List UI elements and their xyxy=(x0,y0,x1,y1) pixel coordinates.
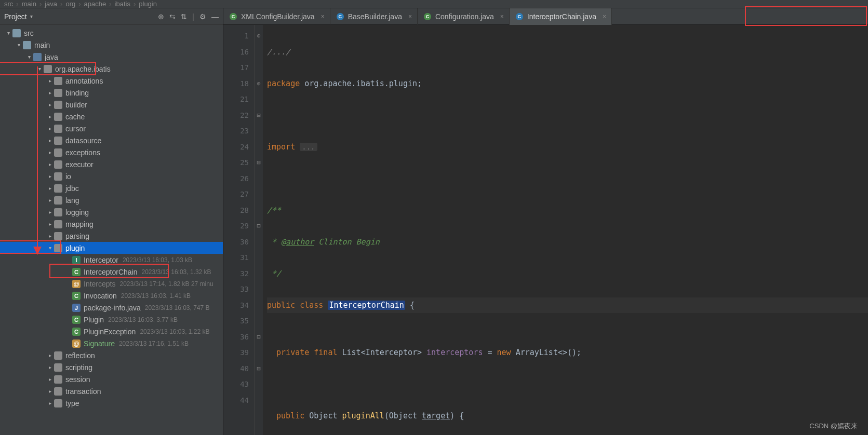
tree-node-type[interactable]: type xyxy=(0,397,223,409)
class-icon: C xyxy=(516,13,523,20)
tree-node-scripting[interactable]: scripting xyxy=(0,361,223,373)
package-icon xyxy=(54,137,62,145)
tree-node-cursor[interactable]: cursor xyxy=(0,123,223,134)
tab-XMLConfigBuilder.java[interactable]: CXMLConfigBuilder.java× xyxy=(223,8,330,25)
package-icon xyxy=(54,89,62,97)
class-icon: C xyxy=(424,13,431,20)
package-icon xyxy=(54,113,62,121)
tab-InterceptorChain.java[interactable]: CInterceptorChain.java× xyxy=(510,8,612,25)
class-icon: C xyxy=(72,316,81,324)
breadcrumb: src main java org apache ibatis plugin xyxy=(0,0,868,8)
sidebar-header: Project ▾ ⊕ ⇆ ⇅ | ⚙ — xyxy=(0,8,223,25)
tree-node-builder[interactable]: builder xyxy=(0,99,223,111)
bc-5[interactable]: ibatis xyxy=(115,0,130,8)
package-icon xyxy=(54,244,62,252)
bc-0[interactable]: src xyxy=(4,0,13,8)
tree-node-lang[interactable]: lang xyxy=(0,194,223,206)
editor-area: CXMLConfigBuilder.java×CBaseBuilder.java… xyxy=(223,8,868,435)
tree-file-PluginException[interactable]: CPluginException2023/3/13 16:03, 1.22 kB xyxy=(0,325,223,337)
tree-node-transaction[interactable]: transaction xyxy=(0,385,223,397)
folder-icon xyxy=(33,53,42,61)
class-icon: C xyxy=(72,268,81,276)
tree-file-InterceptorChain[interactable]: CInterceptorChain2023/3/13 16:03, 1.32 k… xyxy=(0,266,223,278)
project-tree[interactable]: src main java org.apache.ibatis annotati… xyxy=(0,25,223,435)
package-icon xyxy=(54,387,62,396)
package-icon xyxy=(54,77,62,85)
tree-node-src[interactable]: src xyxy=(0,27,223,39)
expand-icon[interactable]: ⇆ xyxy=(169,12,176,21)
project-title[interactable]: Project xyxy=(4,12,27,21)
package-icon xyxy=(54,196,62,205)
line-gutter[interactable]: 1161718212223242526272829303132333435363… xyxy=(223,25,255,435)
package-icon xyxy=(54,208,62,216)
close-icon[interactable]: × xyxy=(321,13,325,20)
tree-file-Plugin[interactable]: CPlugin2023/3/13 16:03, 3.77 kB xyxy=(0,314,223,325)
tree-node-plugin[interactable]: plugin xyxy=(0,242,223,254)
package-icon xyxy=(54,363,62,372)
package-icon xyxy=(54,375,62,384)
package-icon xyxy=(54,172,62,181)
tree-node-mapping[interactable]: mapping xyxy=(0,218,223,230)
tree-node-session[interactable]: session xyxy=(0,373,223,385)
tree-node-package[interactable]: org.apache.ibatis xyxy=(0,63,223,75)
code-editor[interactable]: /.../ package org.apache.ibatis.plugin; … xyxy=(263,25,868,435)
collapse-icon[interactable]: ⇅ xyxy=(181,12,187,21)
bc-4[interactable]: apache xyxy=(84,0,106,8)
tree-file-package-info.java[interactable]: Jpackage-info.java2023/3/13 16:03, 747 B xyxy=(0,302,223,314)
package-icon xyxy=(54,220,62,228)
hide-icon[interactable]: — xyxy=(211,12,219,21)
class-name-highlight: InterceptorChain xyxy=(328,301,405,310)
editor-tabs: CXMLConfigBuilder.java×CBaseBuilder.java… xyxy=(223,8,868,25)
folder-icon xyxy=(23,41,31,49)
tree-node-parsing[interactable]: parsing xyxy=(0,230,223,242)
package-icon xyxy=(54,232,62,240)
tree-node-binding[interactable]: binding xyxy=(0,87,223,99)
package-icon xyxy=(54,101,62,109)
tree-node-jdbc[interactable]: jdbc xyxy=(0,182,223,194)
tree-file-Intercepts[interactable]: @Intercepts2023/3/13 17:14, 1.82 kB 27 m… xyxy=(0,278,223,290)
package-icon xyxy=(54,125,62,133)
class-icon: @ xyxy=(72,339,81,348)
package-icon xyxy=(44,65,52,73)
watermark: CSDN @嫣夜来 xyxy=(809,422,858,431)
tab-Configuration.java[interactable]: CConfiguration.java× xyxy=(418,8,510,25)
bc-2[interactable]: java xyxy=(45,0,57,8)
close-icon[interactable]: × xyxy=(603,13,606,20)
bc-3[interactable]: org xyxy=(65,0,75,8)
project-sidebar: Project ▾ ⊕ ⇆ ⇅ | ⚙ — src xyxy=(0,8,223,435)
dropdown-icon[interactable]: ▾ xyxy=(30,13,33,19)
tree-node-annotations[interactable]: annotations xyxy=(0,75,223,87)
locate-icon[interactable]: ⊕ xyxy=(158,12,164,21)
fold-gutter[interactable]: ⊕⊕⊟⊟⊟⊟⊟ xyxy=(255,25,263,435)
tree-node-executor[interactable]: executor xyxy=(0,158,223,170)
close-icon[interactable]: × xyxy=(408,13,412,20)
tree-node-exceptions[interactable]: exceptions xyxy=(0,146,223,158)
tree-node-io[interactable]: io xyxy=(0,170,223,182)
tree-node-cache[interactable]: cache xyxy=(0,111,223,123)
class-icon: C xyxy=(72,328,81,336)
tree-node-reflection[interactable]: reflection xyxy=(0,349,223,361)
class-icon: C xyxy=(72,292,81,300)
package-icon xyxy=(54,184,62,193)
bc-1[interactable]: main xyxy=(22,0,36,8)
tree-file-Interceptor[interactable]: IInterceptor2023/3/13 16:03, 1.03 kB xyxy=(0,254,223,266)
tree-node-main[interactable]: main xyxy=(0,39,223,51)
tree-file-Invocation[interactable]: CInvocation2023/3/13 16:03, 1.41 kB xyxy=(0,290,223,302)
close-icon[interactable]: × xyxy=(500,13,504,20)
tree-node-datasource[interactable]: datasource xyxy=(0,134,223,146)
tree-file-Signature[interactable]: @Signature2023/3/13 17:16, 1.51 kB xyxy=(0,337,223,349)
package-icon xyxy=(54,148,62,157)
tree-node-logging[interactable]: logging xyxy=(0,206,223,218)
settings-icon[interactable]: ⚙ xyxy=(199,12,206,21)
tab-BaseBuilder.java[interactable]: CBaseBuilder.java× xyxy=(330,8,418,25)
folder-icon xyxy=(12,29,21,37)
class-icon: C xyxy=(230,13,237,20)
class-icon: I xyxy=(72,256,81,264)
fold-imports[interactable]: ... xyxy=(300,143,317,151)
tree-node-java[interactable]: java xyxy=(0,51,223,63)
package-icon xyxy=(54,160,62,169)
bc-6[interactable]: plugin xyxy=(139,0,157,8)
package-icon xyxy=(54,351,62,360)
class-icon: J xyxy=(72,304,81,312)
package-icon xyxy=(54,399,62,407)
